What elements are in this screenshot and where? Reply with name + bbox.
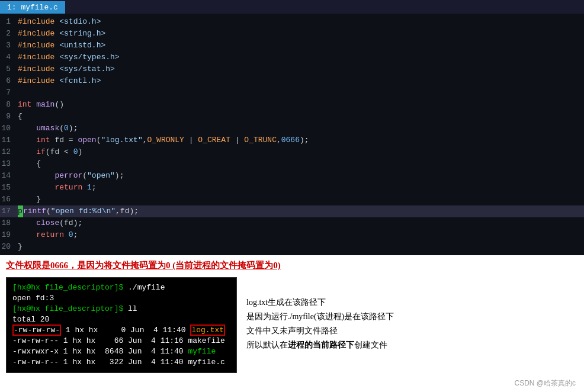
code-line: 11 int fd = open("log.txt",O_WRONLY | O_… xyxy=(0,134,584,146)
code-line: 10 umask(0); xyxy=(0,123,584,134)
code-line: 15 return 1; xyxy=(0,182,584,194)
code-editor: 1: myfile.c 1#include <stdio.h>2#include… xyxy=(0,0,584,255)
terminal-line: [hx@hx file_descriptor]$ ll xyxy=(12,304,230,314)
code-line: 14 perror("open"); xyxy=(0,170,584,182)
ra-line-3: 文件中又未声明文件路径 xyxy=(246,324,578,338)
code-line: 20} xyxy=(0,241,584,253)
ra-line-2: 是因为运行./myfile(该进程)是在该路径下 xyxy=(246,310,578,323)
bottom-section: [hx@hx file_descriptor]$ ./myfileopen fd… xyxy=(0,275,584,378)
tab-bar: 1: myfile.c xyxy=(0,0,584,14)
code-line: 6#include <fcntl.h> xyxy=(0,75,584,87)
terminal-line: -rw-rw-r-- 1 hx hx 322 Jun 4 11:40 myfil… xyxy=(12,357,230,368)
terminal-line: -rw-rw-rw- 1 hx hx 0 Jun 4 11:40 log.txt xyxy=(12,325,230,336)
code-line: 9{ xyxy=(0,111,584,123)
code-line: 19 return 0; xyxy=(0,229,584,241)
code-line: 2#include <string.h> xyxy=(0,28,584,40)
right-annotations: log.txt生成在该路径下 是因为运行./myfile(该进程)是在该路径下 … xyxy=(246,277,578,353)
ra-line-4: 所以默认在进程的当前路径下创建文件 xyxy=(246,339,578,352)
terminal-line: -rw-rw-r-- 1 hx hx 66 Jun 4 11:16 makefi… xyxy=(12,336,230,346)
page-footer: CSDN @哈茶真的c xyxy=(514,378,576,388)
terminal-line: total 20 xyxy=(12,314,230,325)
code-line: 16 } xyxy=(0,194,584,205)
code-line: 7 xyxy=(0,87,584,99)
code-content: 1#include <stdio.h>2#include <string.h>3… xyxy=(0,14,584,255)
file-tab[interactable]: 1: myfile.c xyxy=(0,1,65,14)
annotation-text: 文件权限是0666，是因为将文件掩码置为0 (当前进程的文件掩码置为0) xyxy=(6,261,281,270)
code-line: 13 { xyxy=(0,158,584,170)
code-line: 4#include <sys/types.h> xyxy=(0,52,584,63)
ra-line-1: log.txt生成在该路径下 xyxy=(246,296,578,309)
code-line: 8int main() xyxy=(0,99,584,111)
annotation-area: 文件权限是0666，是因为将文件掩码置为0 (当前进程的文件掩码置为0) xyxy=(0,255,584,275)
code-line: 3#include <unistd.h> xyxy=(0,40,584,52)
terminal-box: [hx@hx file_descriptor]$ ./myfileopen fd… xyxy=(6,277,237,373)
code-line: 12 if(fd < 0) xyxy=(0,146,584,158)
code-line: 5#include <sys/stat.h> xyxy=(0,63,584,75)
code-line: 18 close(fd); xyxy=(0,217,584,229)
terminal-line: [hx@hx file_descriptor]$ ./myfile xyxy=(12,282,230,293)
terminal-line: -rwxrwxr-x 1 hx hx 8648 Jun 4 11:40 myfi… xyxy=(12,346,230,357)
terminal-line: open fd:3 xyxy=(12,293,230,304)
code-line: 1#include <stdio.h> xyxy=(0,16,584,28)
code-line: 17printf("open fd:%d\n",fd); xyxy=(0,205,584,217)
